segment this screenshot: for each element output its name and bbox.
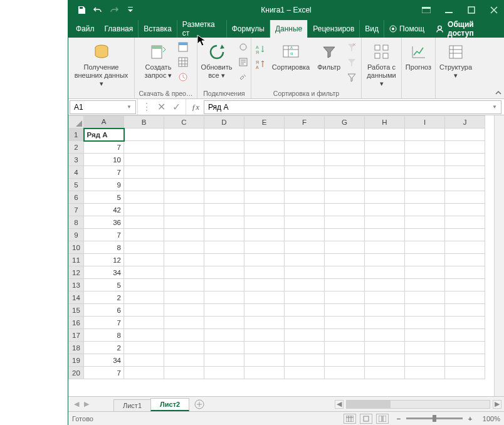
cell[interactable] <box>405 291 445 304</box>
cell[interactable] <box>445 254 485 266</box>
cell[interactable] <box>124 342 164 354</box>
col-header[interactable]: C <box>164 116 204 129</box>
cell[interactable] <box>164 254 204 266</box>
cell[interactable] <box>244 141 285 154</box>
cell[interactable] <box>365 279 405 291</box>
cell[interactable] <box>164 291 204 304</box>
cell[interactable]: 7 <box>84 141 124 154</box>
cell[interactable] <box>164 129 204 141</box>
cell[interactable] <box>325 354 365 367</box>
cell[interactable] <box>445 204 485 216</box>
cell[interactable] <box>365 191 405 204</box>
row-header[interactable]: 4 <box>69 166 84 179</box>
cell[interactable] <box>244 354 285 367</box>
collapse-ribbon-icon[interactable] <box>494 88 503 97</box>
cell[interactable] <box>204 354 244 367</box>
redo-icon[interactable] <box>108 4 120 16</box>
cell[interactable] <box>405 367 445 379</box>
cell[interactable] <box>325 291 365 304</box>
cell[interactable] <box>204 342 244 354</box>
filter-button[interactable]: Фильтр <box>314 40 344 73</box>
col-header[interactable]: G <box>325 116 365 129</box>
cell[interactable] <box>405 354 445 367</box>
cell[interactable] <box>164 166 204 179</box>
cell[interactable] <box>124 141 164 154</box>
qat-customize-icon[interactable] <box>125 4 136 16</box>
cell[interactable] <box>164 354 204 367</box>
cell[interactable] <box>204 129 244 141</box>
cell[interactable] <box>445 241 485 254</box>
zoom-slider[interactable] <box>406 417 463 419</box>
cell[interactable] <box>445 266 485 279</box>
cell[interactable] <box>164 241 204 254</box>
cell[interactable] <box>124 317 164 329</box>
cell[interactable] <box>244 254 285 266</box>
cell[interactable] <box>405 342 445 354</box>
cell[interactable] <box>285 254 325 266</box>
cell[interactable] <box>124 254 164 266</box>
cell[interactable] <box>365 254 405 266</box>
cell[interactable] <box>285 166 325 179</box>
cell[interactable] <box>124 216 164 229</box>
edit-links-icon[interactable] <box>236 70 250 84</box>
cell[interactable] <box>244 342 285 354</box>
cell[interactable] <box>204 141 244 154</box>
cell[interactable] <box>204 329 244 342</box>
save-icon[interactable] <box>76 4 87 16</box>
cell[interactable] <box>365 266 405 279</box>
select-all-corner[interactable] <box>69 116 84 129</box>
cell[interactable] <box>405 129 445 141</box>
cell[interactable] <box>164 141 204 154</box>
cell[interactable] <box>405 241 445 254</box>
formula-input[interactable]: Ряд А ▼ <box>204 100 501 114</box>
sort-az-icon[interactable]: AЯ <box>254 43 268 56</box>
cell[interactable] <box>405 266 445 279</box>
cell[interactable] <box>204 279 244 291</box>
cell[interactable] <box>285 304 325 317</box>
cancel-formula-icon[interactable]: ✕ <box>155 102 167 113</box>
cell[interactable] <box>325 229 365 241</box>
cell[interactable] <box>445 317 485 329</box>
cell[interactable] <box>285 191 325 204</box>
row-header[interactable]: 12 <box>69 266 84 279</box>
cell[interactable] <box>325 129 365 141</box>
cell[interactable] <box>365 354 405 367</box>
cell[interactable] <box>204 191 244 204</box>
row-header[interactable]: 6 <box>69 191 84 204</box>
col-header[interactable]: B <box>124 116 164 129</box>
tab-view[interactable]: Вид <box>360 20 384 38</box>
cell[interactable] <box>124 367 164 379</box>
cell[interactable]: 5 <box>84 279 124 291</box>
cell[interactable] <box>285 291 325 304</box>
row-header[interactable]: 11 <box>69 254 84 266</box>
cell[interactable] <box>244 266 285 279</box>
get-external-data-button[interactable]: Получениевнешних данных ▾ <box>70 40 133 90</box>
cell[interactable]: Ряд А <box>84 129 124 141</box>
cell[interactable] <box>365 229 405 241</box>
cell[interactable] <box>285 141 325 154</box>
cell[interactable] <box>365 304 405 317</box>
cell[interactable] <box>365 179 405 191</box>
row-header[interactable]: 5 <box>69 179 84 191</box>
cell[interactable] <box>204 241 244 254</box>
cell[interactable] <box>244 191 285 204</box>
cell[interactable] <box>325 342 365 354</box>
cell[interactable]: 9 <box>84 179 124 191</box>
cell[interactable] <box>365 342 405 354</box>
cell[interactable] <box>445 166 485 179</box>
cell[interactable] <box>445 216 485 229</box>
cell[interactable] <box>124 266 164 279</box>
cell[interactable] <box>204 179 244 191</box>
forecast-button[interactable]: Прогноз <box>402 40 434 73</box>
cell[interactable] <box>365 166 405 179</box>
cell[interactable] <box>164 229 204 241</box>
cell[interactable] <box>445 154 485 166</box>
cell[interactable] <box>164 204 204 216</box>
minimize-icon[interactable] <box>443 4 455 16</box>
cell[interactable]: 36 <box>84 216 124 229</box>
view-page-break-icon[interactable] <box>376 414 389 424</box>
cell[interactable] <box>405 154 445 166</box>
cell[interactable] <box>445 304 485 317</box>
tell-me[interactable]: Помощ <box>384 20 429 38</box>
cell[interactable] <box>244 179 285 191</box>
